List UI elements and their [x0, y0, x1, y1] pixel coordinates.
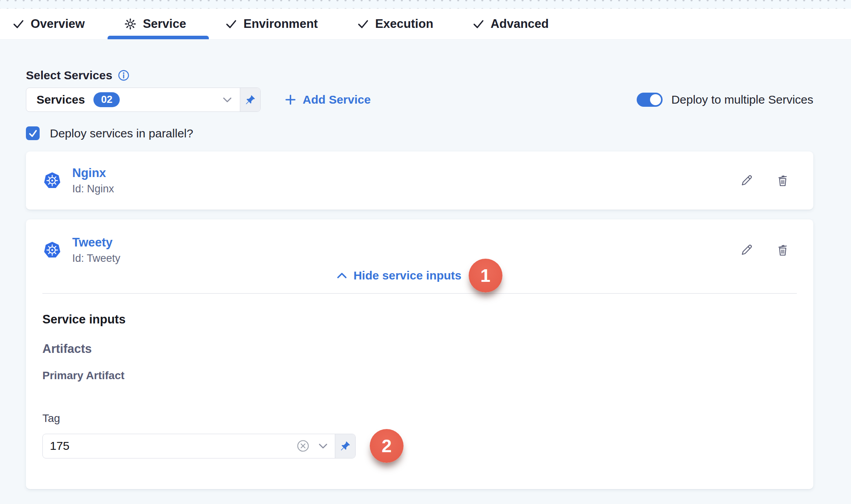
service-id-text: Id: Tweety	[72, 252, 121, 265]
service-tab-panel: Select Services Services 02	[0, 69, 851, 489]
pipeline-canvas-dots	[0, 0, 851, 9]
tab-label: Overview	[31, 17, 85, 31]
tab-label: Environment	[243, 17, 318, 31]
services-dropdown[interactable]: Services 02	[26, 88, 261, 112]
check-icon	[473, 18, 484, 30]
primary-artifact-title: Primary Artifact	[42, 369, 797, 382]
chevron-down-icon	[223, 97, 232, 103]
check-icon	[13, 18, 24, 30]
deploy-parallel-label: Deploy services in parallel?	[50, 127, 193, 140]
chevron-up-icon	[337, 272, 347, 279]
edit-service-button[interactable]	[740, 243, 754, 257]
clear-icon[interactable]	[296, 439, 310, 453]
tab-service[interactable]: Service	[124, 9, 186, 39]
pin-icon	[340, 440, 351, 451]
tab-advanced[interactable]: Advanced	[473, 9, 549, 39]
kubernetes-icon	[43, 172, 61, 190]
service-name-link[interactable]: Tweety	[72, 236, 121, 250]
services-dropdown-value: Services	[37, 93, 85, 106]
annotation-badge-1: 1	[469, 259, 502, 292]
gear-icon	[124, 18, 137, 30]
add-service-label: Add Service	[303, 93, 371, 106]
delete-service-button[interactable]	[776, 173, 790, 188]
service-name-link[interactable]: Nginx	[72, 166, 114, 180]
tab-overview[interactable]: Overview	[13, 9, 85, 39]
service-card-tweety: Tweety Id: Tweety	[26, 219, 813, 489]
edit-service-button[interactable]	[740, 173, 754, 188]
artifacts-title: Artifacts	[42, 342, 797, 356]
chevron-down-icon[interactable]	[318, 443, 328, 449]
tab-environment[interactable]: Environment	[225, 9, 318, 39]
service-card-nginx: Nginx Id: Nginx	[26, 152, 813, 210]
tag-field	[42, 434, 356, 458]
select-services-label: Select Services	[26, 69, 112, 82]
tab-label: Advanced	[491, 17, 549, 31]
plus-icon	[285, 94, 296, 106]
kubernetes-icon	[43, 241, 61, 259]
pin-runtime-input-button[interactable]	[335, 434, 355, 458]
services-count-badge: 02	[93, 92, 120, 108]
stage-tabbar: Overview Service Environment Execution	[0, 9, 851, 40]
service-inputs-title: Service inputs	[42, 312, 797, 327]
add-service-button[interactable]: Add Service	[285, 93, 371, 106]
deploy-multiple-services-toggle[interactable]	[637, 93, 663, 107]
divider	[42, 293, 797, 294]
toggle-knob	[650, 94, 661, 105]
hide-service-inputs-label: Hide service inputs	[353, 269, 461, 282]
delete-service-button[interactable]	[776, 243, 790, 257]
service-id-text: Id: Nginx	[72, 183, 114, 195]
deploy-parallel-checkbox[interactable]	[26, 126, 40, 140]
hide-service-inputs-link[interactable]: Hide service inputs	[337, 269, 461, 282]
annotation-badge-2: 2	[370, 429, 404, 463]
tab-label: Execution	[375, 17, 433, 31]
deploy-multiple-services-label: Deploy to multiple Services	[671, 93, 813, 106]
tag-label: Tag	[42, 412, 797, 425]
pin-icon	[245, 94, 256, 105]
tab-execution[interactable]: Execution	[357, 9, 433, 39]
check-icon	[225, 18, 237, 30]
check-icon	[357, 18, 369, 30]
tag-input[interactable]	[50, 439, 288, 453]
pin-runtime-input-button[interactable]	[240, 88, 260, 111]
tab-label: Service	[143, 17, 186, 31]
info-icon[interactable]	[118, 69, 130, 81]
